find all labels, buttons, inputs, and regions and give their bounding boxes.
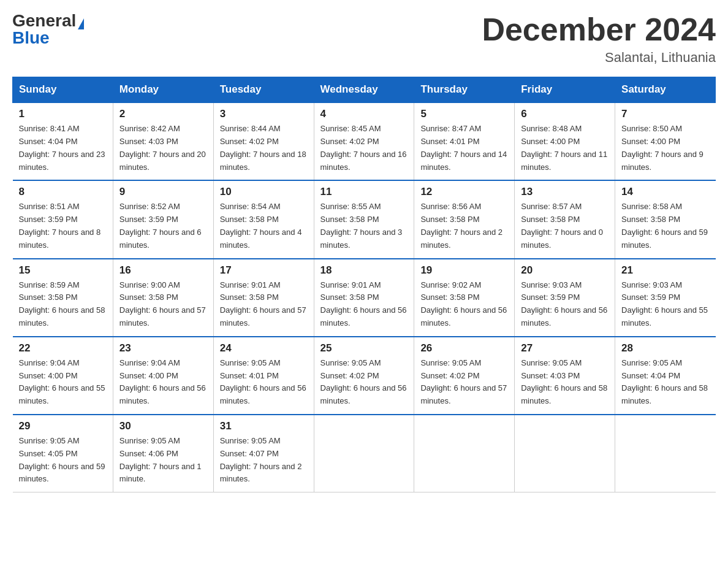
day-number: 7 xyxy=(621,108,709,120)
sunset-label: Sunset: 4:02 PM xyxy=(320,371,379,380)
day-number: 25 xyxy=(320,342,408,354)
sunrise-label: Sunrise: 9:05 AM xyxy=(220,436,281,445)
sunset-label: Sunset: 4:00 PM xyxy=(621,137,680,146)
daylight-label: Daylight: 6 hours and 55 minutes. xyxy=(621,305,708,327)
day-number: 11 xyxy=(320,186,408,198)
sunrise-label: Sunrise: 8:47 AM xyxy=(420,124,481,133)
day-number: 22 xyxy=(19,342,107,354)
sunset-label: Sunset: 3:59 PM xyxy=(621,293,680,302)
day-info: Sunrise: 9:04 AM Sunset: 4:00 PM Dayligh… xyxy=(119,357,207,408)
calendar-day-cell: 13 Sunrise: 8:57 AM Sunset: 3:58 PM Dayl… xyxy=(515,180,615,258)
daylight-label: Daylight: 6 hours and 56 minutes. xyxy=(320,383,407,405)
sunrise-label: Sunrise: 9:04 AM xyxy=(119,358,180,367)
daylight-label: Daylight: 6 hours and 56 minutes. xyxy=(119,383,206,405)
daylight-label: Daylight: 6 hours and 57 minutes. xyxy=(220,305,306,327)
day-info: Sunrise: 9:02 AM Sunset: 3:58 PM Dayligh… xyxy=(420,279,508,330)
calendar-day-cell xyxy=(615,415,716,492)
day-info: Sunrise: 9:05 AM Sunset: 4:01 PM Dayligh… xyxy=(220,357,308,408)
day-info: Sunrise: 8:58 AM Sunset: 3:58 PM Dayligh… xyxy=(621,201,709,251)
daylight-label: Daylight: 7 hours and 8 minutes. xyxy=(19,228,101,250)
day-number: 14 xyxy=(621,186,709,198)
sunrise-label: Sunrise: 9:05 AM xyxy=(521,358,582,367)
sunset-label: Sunset: 4:01 PM xyxy=(420,137,479,146)
sunrise-label: Sunrise: 9:03 AM xyxy=(621,280,682,289)
sunset-label: Sunset: 3:58 PM xyxy=(119,293,178,302)
day-info: Sunrise: 8:51 AM Sunset: 3:59 PM Dayligh… xyxy=(19,201,107,251)
calendar-day-cell: 31 Sunrise: 9:05 AM Sunset: 4:07 PM Dayl… xyxy=(213,415,314,492)
day-number: 26 xyxy=(420,342,508,354)
sunrise-label: Sunrise: 8:48 AM xyxy=(521,124,582,133)
daylight-label: Daylight: 7 hours and 3 minutes. xyxy=(320,228,403,250)
day-number: 29 xyxy=(19,420,107,432)
day-info: Sunrise: 9:01 AM Sunset: 3:58 PM Dayligh… xyxy=(320,279,408,330)
sunset-label: Sunset: 3:58 PM xyxy=(220,215,279,224)
daylight-label: Daylight: 6 hours and 58 minutes. xyxy=(19,305,105,327)
sunset-label: Sunset: 4:06 PM xyxy=(119,449,178,458)
sunrise-label: Sunrise: 8:50 AM xyxy=(621,124,682,133)
day-info: Sunrise: 9:04 AM Sunset: 4:00 PM Dayligh… xyxy=(19,357,107,408)
calendar-day-cell xyxy=(414,415,515,492)
sunrise-label: Sunrise: 8:42 AM xyxy=(119,124,180,133)
logo-blue-text: Blue xyxy=(12,29,50,47)
calendar-day-cell: 26 Sunrise: 9:05 AM Sunset: 4:02 PM Dayl… xyxy=(414,337,515,415)
sunset-label: Sunset: 4:00 PM xyxy=(119,371,178,380)
sunrise-label: Sunrise: 8:58 AM xyxy=(621,202,682,211)
calendar-day-cell: 22 Sunrise: 9:04 AM Sunset: 4:00 PM Dayl… xyxy=(13,337,113,415)
day-number: 19 xyxy=(420,264,508,277)
logo-general-line: General xyxy=(12,12,84,29)
day-info: Sunrise: 8:45 AM Sunset: 4:02 PM Dayligh… xyxy=(320,123,408,174)
day-info: Sunrise: 9:05 AM Sunset: 4:04 PM Dayligh… xyxy=(621,357,709,408)
day-info: Sunrise: 8:56 AM Sunset: 3:58 PM Dayligh… xyxy=(420,201,508,251)
day-number: 10 xyxy=(220,186,308,198)
calendar-header-row: Sunday Monday Tuesday Wednesday Thursday… xyxy=(13,77,716,103)
daylight-label: Daylight: 6 hours and 55 minutes. xyxy=(19,383,105,405)
title-block: December 2024 Salantai, Lithuania xyxy=(482,12,716,66)
day-number: 5 xyxy=(420,108,508,120)
calendar-day-cell: 21 Sunrise: 9:03 AM Sunset: 3:59 PM Dayl… xyxy=(615,259,716,337)
day-number: 8 xyxy=(19,186,107,198)
calendar-day-cell: 1 Sunrise: 8:41 AM Sunset: 4:04 PM Dayli… xyxy=(13,102,113,180)
day-number: 17 xyxy=(220,264,308,277)
daylight-label: Daylight: 6 hours and 56 minutes. xyxy=(220,383,306,405)
sunrise-label: Sunrise: 9:05 AM xyxy=(19,436,80,445)
calendar-day-cell xyxy=(314,415,414,492)
header-sunday: Sunday xyxy=(13,77,113,103)
calendar-day-cell: 12 Sunrise: 8:56 AM Sunset: 3:58 PM Dayl… xyxy=(414,180,515,258)
sunrise-label: Sunrise: 8:45 AM xyxy=(320,124,381,133)
calendar-day-cell: 6 Sunrise: 8:48 AM Sunset: 4:00 PM Dayli… xyxy=(515,102,615,180)
day-info: Sunrise: 9:01 AM Sunset: 3:58 PM Dayligh… xyxy=(220,279,308,330)
day-number: 16 xyxy=(119,264,207,277)
month-title: December 2024 xyxy=(482,12,716,47)
sunset-label: Sunset: 3:58 PM xyxy=(621,215,680,224)
header-wednesday: Wednesday xyxy=(314,77,414,103)
sunset-label: Sunset: 3:59 PM xyxy=(119,215,178,224)
day-info: Sunrise: 9:05 AM Sunset: 4:07 PM Dayligh… xyxy=(220,435,308,486)
day-info: Sunrise: 9:05 AM Sunset: 4:02 PM Dayligh… xyxy=(420,357,508,408)
calendar-day-cell: 15 Sunrise: 8:59 AM Sunset: 3:58 PM Dayl… xyxy=(13,259,113,337)
header-tuesday: Tuesday xyxy=(213,77,314,103)
daylight-label: Daylight: 6 hours and 57 minutes. xyxy=(420,383,507,405)
calendar-week-row: 15 Sunrise: 8:59 AM Sunset: 3:58 PM Dayl… xyxy=(13,259,716,337)
calendar-day-cell: 5 Sunrise: 8:47 AM Sunset: 4:01 PM Dayli… xyxy=(414,102,515,180)
sunrise-label: Sunrise: 9:00 AM xyxy=(119,280,180,289)
daylight-label: Daylight: 7 hours and 2 minutes. xyxy=(220,462,302,484)
sunrise-label: Sunrise: 9:02 AM xyxy=(420,280,481,289)
day-number: 3 xyxy=(220,108,308,120)
daylight-label: Daylight: 6 hours and 59 minutes. xyxy=(621,228,708,250)
calendar-day-cell: 30 Sunrise: 9:05 AM Sunset: 4:06 PM Dayl… xyxy=(113,415,213,492)
sunset-label: Sunset: 4:02 PM xyxy=(420,371,479,380)
day-info: Sunrise: 8:59 AM Sunset: 3:58 PM Dayligh… xyxy=(19,279,107,330)
day-number: 23 xyxy=(119,342,207,354)
calendar-day-cell: 2 Sunrise: 8:42 AM Sunset: 4:03 PM Dayli… xyxy=(113,102,213,180)
calendar-day-cell: 16 Sunrise: 9:00 AM Sunset: 3:58 PM Dayl… xyxy=(113,259,213,337)
calendar-day-cell: 7 Sunrise: 8:50 AM Sunset: 4:00 PM Dayli… xyxy=(615,102,716,180)
daylight-label: Daylight: 7 hours and 14 minutes. xyxy=(420,150,507,172)
calendar-day-cell: 10 Sunrise: 8:54 AM Sunset: 3:58 PM Dayl… xyxy=(213,180,314,258)
sunset-label: Sunset: 4:04 PM xyxy=(19,137,78,146)
day-number: 30 xyxy=(119,420,207,432)
sunrise-label: Sunrise: 9:05 AM xyxy=(119,436,180,445)
day-number: 2 xyxy=(119,108,207,120)
day-info: Sunrise: 9:05 AM Sunset: 4:06 PM Dayligh… xyxy=(119,435,207,486)
calendar-header: Sunday Monday Tuesday Wednesday Thursday… xyxy=(13,77,716,103)
sunrise-label: Sunrise: 8:59 AM xyxy=(19,280,80,289)
